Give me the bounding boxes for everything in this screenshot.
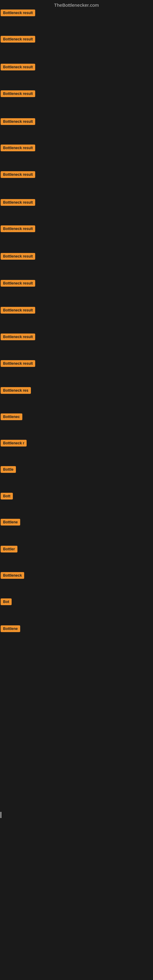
bottleneck-badge: Bottleneck result — [1, 199, 35, 206]
bottleneck-item-5: Bottleneck result — [1, 118, 35, 126]
bottleneck-item-17: Bottleneck r — [1, 440, 27, 448]
bottleneck-badge: Bottleneck result — [1, 36, 35, 43]
bottleneck-item-13: Bottleneck result — [1, 334, 35, 342]
bottleneck-badge: Bottleneck result — [1, 334, 35, 340]
bottleneck-item-12: Bottleneck result — [1, 307, 35, 315]
bottleneck-item-21: Bottler — [1, 546, 18, 554]
bottleneck-badge: Bottleneck result — [1, 145, 35, 151]
bottleneck-item-16: Bottlenec — [1, 414, 22, 422]
bottleneck-item-2: Bottleneck result — [1, 36, 35, 44]
bottleneck-item-1: Bottleneck result — [1, 10, 35, 18]
bottleneck-badge: Bottleneck result — [1, 225, 35, 232]
bottleneck-badge: Bottleneck result — [1, 280, 35, 286]
bottleneck-badge: Bottleneck — [1, 572, 24, 579]
bottleneck-badge: Bott — [1, 493, 13, 500]
bottleneck-item-24: Bottlene — [1, 625, 20, 633]
bottleneck-badge: Bottleneck result — [1, 118, 35, 125]
cursor-indicator — [1, 812, 1, 818]
bottleneck-item-9: Bottleneck result — [1, 225, 35, 233]
bottleneck-badge: Bottleneck result — [1, 90, 35, 97]
bottleneck-badge: Bottleneck result — [1, 307, 35, 313]
bottleneck-item-18: Bottle — [1, 466, 16, 474]
bottleneck-item-22: Bottleneck — [1, 572, 24, 580]
bottleneck-badge: Bottleneck result — [1, 10, 35, 16]
bottleneck-badge: Bottleneck result — [1, 253, 35, 260]
bottleneck-item-19: Bott — [1, 493, 13, 501]
bottleneck-badge: Bottleneck result — [1, 360, 35, 367]
bottleneck-badge: Bottler — [1, 546, 18, 552]
bottleneck-item-6: Bottleneck result — [1, 145, 35, 153]
bottleneck-badge: Bottleneck result — [1, 64, 35, 70]
bottleneck-badge: Bottlenec — [1, 414, 22, 420]
bottleneck-badge: Bottleneck result — [1, 171, 35, 178]
bottleneck-badge: Bottle — [1, 466, 16, 473]
bottleneck-badge: Bottlene — [1, 519, 20, 525]
bottleneck-item-10: Bottleneck result — [1, 253, 35, 261]
bottleneck-item-23: Bot — [1, 598, 12, 606]
bottleneck-badge: Bottleneck r — [1, 440, 27, 447]
bottleneck-item-15: Bottleneck res — [1, 387, 31, 395]
bottleneck-item-3: Bottleneck result — [1, 64, 35, 72]
bottleneck-item-8: Bottleneck result — [1, 199, 35, 207]
bottleneck-badge: Bottlene — [1, 625, 20, 632]
site-title: TheBottlenecker.com — [0, 0, 153, 10]
bottleneck-item-14: Bottleneck result — [1, 360, 35, 368]
bottleneck-badge: Bottleneck res — [1, 387, 31, 394]
bottleneck-badge: Bot — [1, 598, 12, 605]
bottleneck-item-4: Bottleneck result — [1, 90, 35, 98]
bottleneck-item-7: Bottleneck result — [1, 171, 35, 179]
bottleneck-item-11: Bottleneck result — [1, 280, 35, 288]
bottleneck-item-20: Bottlene — [1, 519, 20, 527]
